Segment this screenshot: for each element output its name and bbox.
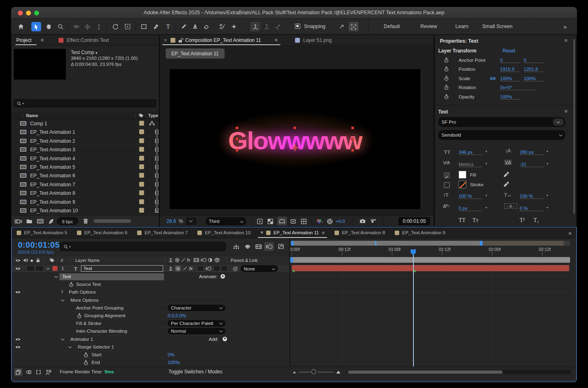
- anchor-switch-icon[interactable]: [168, 257, 173, 263]
- frame-blending-icon[interactable]: [255, 244, 262, 249]
- selection-tool[interactable]: [31, 22, 41, 31]
- font-size-menu-icon[interactable]: ▾: [485, 150, 487, 153]
- close-tab-icon[interactable]: ×: [260, 230, 263, 235]
- threed-layer-switch-icon[interactable]: [214, 257, 220, 263]
- world-axis-mode-button[interactable]: [262, 22, 271, 31]
- project-item[interactable]: EP_Text Animation 7: [11, 180, 159, 189]
- frame-blend-switch-box[interactable]: [197, 266, 204, 271]
- expand-layer-switches-button[interactable]: [14, 368, 22, 376]
- stopwatch-icon[interactable]: [444, 94, 449, 100]
- eye-icon[interactable]: [15, 338, 21, 341]
- new-composition-icon[interactable]: [37, 218, 44, 224]
- scale-y-value[interactable]: 100%: [524, 76, 543, 81]
- property-row-inter-character-blending[interactable]: Inter-Character Blending Normal: [12, 327, 289, 335]
- threed-switch-box[interactable]: [221, 266, 227, 271]
- selection-handle[interactable]: [351, 126, 354, 129]
- fill-checkbox[interactable]: ✓: [444, 172, 450, 178]
- property-group-row-text[interactable]: Text Animate:: [12, 273, 289, 281]
- adjustment-layer-switch-icon[interactable]: [208, 258, 212, 262]
- fill-eyedropper-icon[interactable]: [503, 172, 509, 177]
- color-label-chip[interactable]: [139, 164, 144, 169]
- effects-switch-fx-icon[interactable]: fx: [187, 257, 190, 262]
- interpret-footage-icon[interactable]: [15, 218, 22, 224]
- selection-handle[interactable]: [236, 149, 238, 152]
- timeline-search-input[interactable]: ▾: [60, 242, 226, 251]
- zoom-dropdown-button[interactable]: [186, 218, 197, 225]
- property-row-anchor-point-grouping[interactable]: Anchor Point Grouping Character: [12, 304, 289, 312]
- baseline-menu-icon[interactable]: ▾: [485, 206, 487, 209]
- comp-breadcrumb[interactable]: EP_Text Animation 11: [166, 48, 225, 59]
- rotation-value[interactable]: 0x+0°: [500, 85, 536, 90]
- composition-canvas[interactable]: Glowwwww Glowwwww: [170, 69, 420, 209]
- color-label-chip[interactable]: [139, 190, 144, 195]
- eye-icon[interactable]: [15, 345, 21, 349]
- pan-camera-tool[interactable]: [83, 22, 92, 31]
- view-axis-mode-button[interactable]: [273, 22, 283, 31]
- lock-open-icon[interactable]: [178, 38, 184, 43]
- position-x-value[interactable]: 1915.9: [500, 67, 520, 72]
- column-layer-name[interactable]: Layer Name: [75, 258, 100, 263]
- render-time-pane-icon[interactable]: [45, 369, 51, 375]
- property-value[interactable]: 100%: [168, 360, 179, 365]
- toggle-switches-modes-button[interactable]: Toggle Switches / Modes: [168, 369, 223, 375]
- project-item[interactable]: EP_Text Animation 1: [11, 128, 159, 136]
- stroke-checkbox[interactable]: [444, 182, 450, 188]
- leading-value[interactable]: 280 px: [520, 150, 543, 155]
- tracking-menu-icon[interactable]: ▾: [546, 162, 548, 166]
- show-snapshot-icon[interactable]: [370, 218, 376, 224]
- project-settings-quill-icon[interactable]: [48, 218, 54, 225]
- color-label-chip[interactable]: [139, 147, 144, 152]
- tab-layer-51[interactable]: Layer 51.png: [303, 37, 332, 43]
- eraser-tool[interactable]: [201, 22, 211, 31]
- timeline-divider[interactable]: [289, 238, 290, 366]
- pen-tool[interactable]: [151, 22, 161, 31]
- layer-eye-icon[interactable]: [15, 267, 21, 270]
- channel-rgb-icon[interactable]: [316, 218, 323, 224]
- column-number[interactable]: #: [61, 258, 63, 263]
- timeline-hscroll-track[interactable]: [346, 370, 571, 374]
- add-menu-button[interactable]: [223, 337, 227, 341]
- fill-color-swatch[interactable]: [459, 171, 466, 179]
- property-row-fill-stroke[interactable]: Fill & Stroke Per Character Palett: [12, 320, 289, 327]
- leading-menu-icon[interactable]: ▾: [546, 150, 548, 153]
- selected-comp-name[interactable]: Test Comp ▾: [71, 50, 97, 55]
- property-value[interactable]: 0.0,0.0%: [168, 313, 186, 318]
- stopwatch-icon[interactable]: [444, 76, 449, 81]
- color-label-chip[interactable]: [139, 173, 144, 178]
- workspace-learn[interactable]: Learn: [455, 24, 468, 29]
- label-column-tag-icon[interactable]: [138, 113, 144, 118]
- stopwatch-icon[interactable]: [83, 360, 88, 366]
- close-tab-icon[interactable]: ×: [164, 37, 167, 43]
- snapping-checkbox[interactable]: [295, 24, 300, 29]
- video-column-eye-icon[interactable]: [15, 259, 21, 262]
- sub-script-button[interactable]: T₁: [533, 217, 539, 224]
- text-section-header[interactable]: Text: [438, 109, 448, 115]
- property-group-row-path-options[interactable]: Path Options: [12, 288, 289, 296]
- hscale-menu-icon[interactable]: ▾: [546, 194, 548, 197]
- property-row-end[interactable]: End 100%: [12, 359, 289, 366]
- timeline-tab[interactable]: EP_Text Animation 8: [330, 227, 390, 238]
- expand-transfer-controls-icon[interactable]: [26, 369, 32, 375]
- new-folder-icon[interactable]: [26, 218, 33, 224]
- anchor-y-value[interactable]: 0: [524, 58, 543, 63]
- layer-motion-blur-switch-icon[interactable]: [205, 266, 212, 271]
- column-parent-link[interactable]: Parent & Link: [231, 258, 258, 263]
- properties-scrollbar[interactable]: [573, 39, 575, 214]
- workspace-review[interactable]: Review: [420, 24, 437, 29]
- position-y-value[interactable]: 1201.8: [524, 67, 543, 72]
- keyframe-marker[interactable]: [414, 270, 416, 272]
- color-label-chip[interactable]: [139, 138, 144, 143]
- snap-to-features-button[interactable]: [349, 22, 358, 31]
- project-item-comp1[interactable]: Comp 1: [11, 119, 159, 128]
- zoom-out-mountain-icon[interactable]: [293, 371, 296, 374]
- column-name[interactable]: Name: [26, 113, 38, 118]
- selection-handle[interactable]: [293, 126, 296, 129]
- transparency-grid-icon[interactable]: [267, 218, 273, 225]
- parent-pickwhip-icon[interactable]: @: [233, 266, 238, 272]
- project-item[interactable]: EP_Text Animation 10: [11, 206, 159, 215]
- layer-transform-header[interactable]: Layer Transform: [438, 48, 477, 54]
- property-row-start[interactable]: Start 0%: [12, 351, 289, 359]
- color-label-chip[interactable]: [139, 121, 144, 126]
- timeline-tab[interactable]: EP_Text Animation 10: [192, 227, 256, 238]
- eye-icon[interactable]: [15, 290, 21, 294]
